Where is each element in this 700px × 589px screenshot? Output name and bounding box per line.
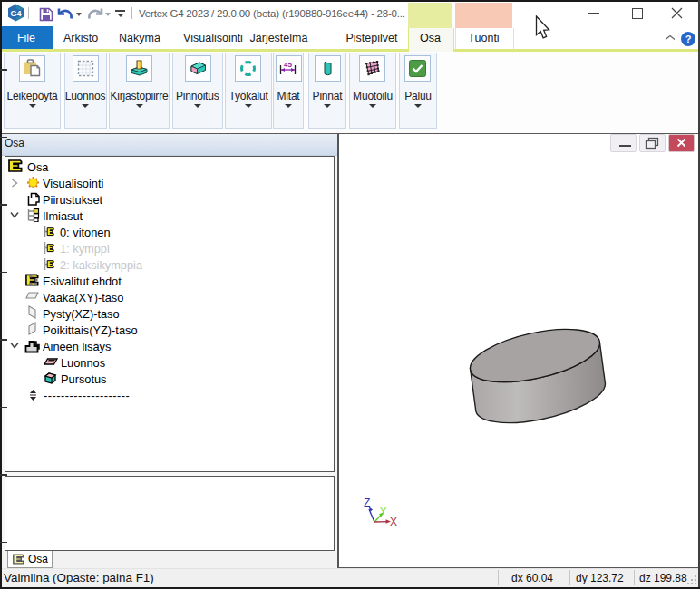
svg-text:G4: G4 — [10, 9, 21, 18]
svg-text:45: 45 — [284, 61, 292, 69]
svg-text:Z: Z — [364, 497, 370, 509]
svg-text:X: X — [390, 516, 397, 528]
svg-text:Y: Y — [380, 506, 387, 517]
